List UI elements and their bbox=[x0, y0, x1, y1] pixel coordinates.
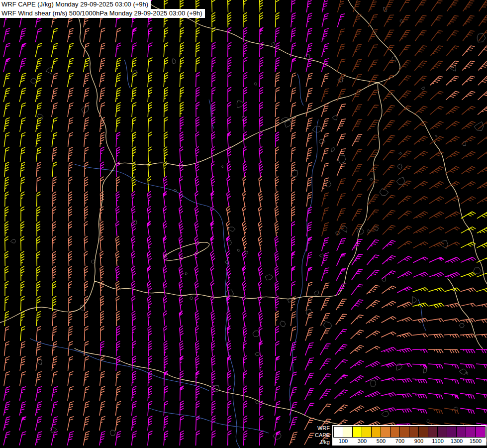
wind-barb bbox=[415, 14, 427, 28]
wind-barb bbox=[52, 236, 56, 251]
wind-barb bbox=[335, 343, 348, 357]
wind-barb bbox=[305, 372, 314, 387]
wind-barb bbox=[53, 266, 57, 281]
wind-barb bbox=[84, 431, 90, 446]
wind-barb bbox=[275, 236, 280, 251]
wind-barb bbox=[99, 27, 105, 43]
wind-barb bbox=[461, 165, 475, 177]
wind-barb bbox=[337, 43, 345, 58]
wind-barb bbox=[322, 43, 329, 58]
wind-barb bbox=[353, 28, 361, 43]
wind-barb bbox=[20, 326, 25, 341]
wind-barb bbox=[478, 90, 487, 102]
wind-barb bbox=[163, 251, 169, 266]
wind-barb bbox=[413, 225, 428, 236]
wind-barb bbox=[164, 27, 168, 42]
wind-barb bbox=[290, 431, 297, 447]
wind-barb bbox=[479, 14, 487, 28]
wind-barb bbox=[291, 0, 295, 12]
wind-barb bbox=[381, 392, 396, 399]
wind-barb bbox=[163, 311, 168, 326]
wind-barb bbox=[244, 386, 247, 401]
wind-barb bbox=[164, 117, 168, 132]
wind-barb bbox=[211, 117, 215, 132]
wind-barb bbox=[68, 162, 73, 177]
wind-barb bbox=[99, 431, 105, 446]
wind-barb bbox=[148, 72, 153, 87]
wind-barb bbox=[148, 27, 152, 42]
wind-barb bbox=[4, 147, 9, 162]
wind-barb bbox=[243, 356, 248, 371]
wind-barb bbox=[51, 57, 58, 73]
wind-barb bbox=[367, 269, 380, 282]
wind-barb bbox=[180, 132, 184, 147]
wind-barb bbox=[115, 72, 121, 88]
wind-barb bbox=[244, 431, 248, 446]
wind-barb bbox=[398, 224, 412, 236]
wind-barb bbox=[461, 196, 476, 207]
wind-barb bbox=[414, 165, 428, 177]
wind-barb bbox=[242, 236, 249, 251]
terrain-contours bbox=[10, 5, 486, 439]
wind-barb bbox=[367, 284, 380, 297]
wind-barb bbox=[352, 253, 363, 267]
wind-barb bbox=[399, 59, 411, 73]
wind-barb bbox=[415, 29, 426, 43]
wind-barb bbox=[195, 341, 200, 356]
wind-barb bbox=[68, 251, 72, 266]
wind-barb bbox=[115, 57, 121, 73]
wind-barb bbox=[148, 117, 152, 132]
wind-barb bbox=[319, 402, 331, 416]
wind-barb bbox=[337, 192, 345, 208]
wind-barb bbox=[148, 386, 152, 401]
wind-barb bbox=[4, 177, 8, 192]
wind-barb bbox=[147, 251, 152, 266]
legend-color-segment bbox=[419, 427, 428, 437]
wind-barb bbox=[37, 296, 41, 311]
wind-barb bbox=[228, 431, 232, 446]
wind-barb bbox=[148, 326, 152, 341]
wind-barb bbox=[396, 409, 411, 413]
wind-barb bbox=[291, 57, 296, 73]
wind-barb bbox=[399, 44, 411, 58]
wind-barb bbox=[242, 191, 248, 207]
wind-barb bbox=[226, 191, 232, 207]
wind-barb bbox=[242, 176, 248, 192]
wind-barb bbox=[383, 194, 395, 207]
wind-barb bbox=[337, 58, 345, 73]
wind-barb bbox=[460, 408, 475, 414]
wind-barb bbox=[275, 162, 279, 177]
wind-barb bbox=[132, 341, 136, 356]
wind-barb bbox=[462, 90, 475, 103]
wind-barb bbox=[445, 287, 460, 295]
wind-barb bbox=[132, 191, 137, 206]
wind-barb bbox=[322, 27, 329, 43]
wind-barb bbox=[337, 103, 346, 117]
wind-barb bbox=[116, 281, 120, 296]
wind-barb bbox=[212, 401, 215, 416]
wind-barb bbox=[368, 43, 378, 58]
wind-barb bbox=[446, 90, 459, 103]
wind-barb bbox=[179, 206, 185, 222]
wind-barb bbox=[476, 349, 487, 353]
wind-barb bbox=[258, 206, 265, 222]
wind-barb bbox=[258, 191, 264, 207]
wind-barb bbox=[35, 401, 42, 416]
wind-barb bbox=[305, 341, 313, 357]
wind-barb bbox=[164, 401, 168, 416]
wind-barb bbox=[260, 386, 263, 401]
wind-barb bbox=[211, 146, 216, 162]
wind-barb bbox=[292, 251, 295, 266]
wind-barb bbox=[116, 356, 120, 371]
wind-barb bbox=[397, 286, 412, 296]
wind-barb bbox=[68, 341, 73, 356]
wind-barb bbox=[179, 221, 185, 236]
wind-barb bbox=[100, 311, 104, 326]
wind-barb bbox=[3, 431, 10, 446]
wind-barb bbox=[350, 389, 364, 401]
wind-barb bbox=[163, 176, 168, 192]
wind-barb bbox=[291, 341, 297, 356]
wind-barb bbox=[242, 281, 249, 296]
wind-barb bbox=[413, 241, 428, 251]
wind-barb bbox=[244, 102, 248, 117]
